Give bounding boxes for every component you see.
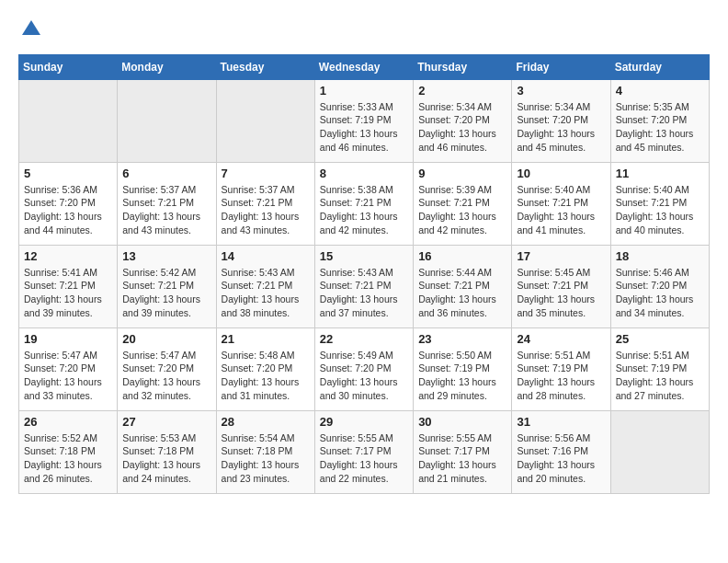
calendar-cell: 14Sunrise: 5:43 AM Sunset: 7:21 PM Dayli… (216, 245, 314, 327)
calendar-week-2: 5Sunrise: 5:36 AM Sunset: 7:20 PM Daylig… (19, 162, 710, 245)
day-info: Sunrise: 5:34 AM Sunset: 7:20 PM Dayligh… (418, 100, 506, 155)
day-info: Sunrise: 5:40 AM Sunset: 7:21 PM Dayligh… (517, 183, 605, 237)
calendar-cell: 16Sunrise: 5:44 AM Sunset: 7:21 PM Dayli… (414, 245, 512, 327)
day-info: Sunrise: 5:38 AM Sunset: 7:21 PM Dayligh… (320, 183, 408, 237)
calendar-cell: 19Sunrise: 5:47 AM Sunset: 7:20 PM Dayli… (19, 327, 118, 410)
calendar-cell: 15Sunrise: 5:43 AM Sunset: 7:21 PM Dayli… (314, 245, 413, 327)
calendar-cell: 25Sunrise: 5:51 AM Sunset: 7:19 PM Dayli… (610, 327, 709, 410)
day-number: 24 (517, 332, 605, 346)
calendar-cell: 5Sunrise: 5:36 AM Sunset: 7:20 PM Daylig… (19, 162, 118, 245)
calendar-cell (610, 410, 709, 493)
day-info: Sunrise: 5:37 AM Sunset: 7:21 PM Dayligh… (222, 183, 310, 237)
weekday-header-row: SundayMondayTuesdayWednesdayThursdayFrid… (19, 54, 710, 79)
weekday-header-thursday: Thursday (414, 54, 512, 79)
calendar-week-5: 26Sunrise: 5:52 AM Sunset: 7:18 PM Dayli… (19, 410, 710, 493)
calendar-cell: 18Sunrise: 5:46 AM Sunset: 7:20 PM Dayli… (610, 245, 709, 327)
day-info: Sunrise: 5:35 AM Sunset: 7:20 PM Dayligh… (616, 100, 704, 155)
day-info: Sunrise: 5:47 AM Sunset: 7:20 PM Dayligh… (122, 349, 210, 403)
calendar-cell: 8Sunrise: 5:38 AM Sunset: 7:21 PM Daylig… (314, 162, 413, 245)
svg-marker-0 (22, 20, 40, 35)
day-info: Sunrise: 5:47 AM Sunset: 7:20 PM Dayligh… (24, 349, 112, 403)
calendar-cell: 6Sunrise: 5:37 AM Sunset: 7:21 PM Daylig… (118, 162, 216, 245)
day-number: 5 (24, 167, 112, 180)
calendar-cell: 22Sunrise: 5:49 AM Sunset: 7:20 PM Dayli… (314, 327, 413, 410)
calendar-cell: 27Sunrise: 5:53 AM Sunset: 7:18 PM Dayli… (118, 410, 216, 493)
day-number: 29 (320, 415, 408, 429)
day-info: Sunrise: 5:54 AM Sunset: 7:18 PM Dayligh… (222, 431, 310, 486)
calendar-cell: 13Sunrise: 5:42 AM Sunset: 7:21 PM Dayli… (118, 245, 216, 327)
day-number: 7 (222, 167, 310, 180)
day-number: 30 (418, 415, 506, 429)
day-info: Sunrise: 5:48 AM Sunset: 7:20 PM Dayligh… (222, 349, 310, 403)
calendar-cell (118, 79, 216, 162)
day-info: Sunrise: 5:43 AM Sunset: 7:21 PM Dayligh… (320, 266, 408, 320)
day-number: 14 (222, 249, 310, 263)
day-info: Sunrise: 5:46 AM Sunset: 7:20 PM Dayligh… (616, 266, 704, 320)
day-number: 15 (320, 249, 408, 263)
calendar-cell: 17Sunrise: 5:45 AM Sunset: 7:21 PM Dayli… (512, 245, 610, 327)
day-number: 20 (122, 332, 210, 346)
page-header (18, 18, 710, 45)
calendar-cell: 10Sunrise: 5:40 AM Sunset: 7:21 PM Dayli… (512, 162, 610, 245)
day-info: Sunrise: 5:41 AM Sunset: 7:21 PM Dayligh… (24, 266, 112, 320)
day-info: Sunrise: 5:52 AM Sunset: 7:18 PM Dayligh… (24, 431, 112, 486)
calendar-cell: 24Sunrise: 5:51 AM Sunset: 7:19 PM Dayli… (512, 327, 610, 410)
day-number: 8 (320, 167, 408, 180)
calendar-week-1: 1Sunrise: 5:33 AM Sunset: 7:19 PM Daylig… (19, 79, 710, 162)
day-number: 22 (320, 332, 408, 346)
day-number: 16 (418, 249, 506, 263)
day-number: 18 (616, 249, 704, 263)
day-number: 3 (517, 84, 605, 98)
calendar-cell: 11Sunrise: 5:40 AM Sunset: 7:21 PM Dayli… (610, 162, 709, 245)
day-info: Sunrise: 5:34 AM Sunset: 7:20 PM Dayligh… (517, 100, 605, 155)
calendar-cell: 30Sunrise: 5:55 AM Sunset: 7:17 PM Dayli… (414, 410, 512, 493)
day-number: 10 (517, 167, 605, 180)
logo-icon (20, 18, 42, 40)
weekday-header-saturday: Saturday (610, 54, 709, 79)
day-number: 9 (418, 167, 506, 180)
calendar-cell: 1Sunrise: 5:33 AM Sunset: 7:19 PM Daylig… (314, 79, 413, 162)
day-number: 13 (122, 249, 210, 263)
calendar-week-3: 12Sunrise: 5:41 AM Sunset: 7:21 PM Dayli… (19, 245, 710, 327)
weekday-header-wednesday: Wednesday (314, 54, 413, 79)
day-info: Sunrise: 5:56 AM Sunset: 7:16 PM Dayligh… (517, 431, 605, 486)
day-number: 26 (24, 415, 112, 429)
day-info: Sunrise: 5:53 AM Sunset: 7:18 PM Dayligh… (122, 431, 210, 486)
day-info: Sunrise: 5:51 AM Sunset: 7:19 PM Dayligh… (616, 349, 704, 403)
day-number: 21 (222, 332, 310, 346)
day-number: 27 (122, 415, 210, 429)
day-info: Sunrise: 5:42 AM Sunset: 7:21 PM Dayligh… (122, 266, 210, 320)
calendar-table: SundayMondayTuesdayWednesdayThursdayFrid… (18, 54, 710, 494)
calendar-cell: 3Sunrise: 5:34 AM Sunset: 7:20 PM Daylig… (512, 79, 610, 162)
calendar-body: 1Sunrise: 5:33 AM Sunset: 7:19 PM Daylig… (19, 79, 710, 493)
calendar-cell: 31Sunrise: 5:56 AM Sunset: 7:16 PM Dayli… (512, 410, 610, 493)
day-number: 12 (24, 249, 112, 263)
day-number: 6 (122, 167, 210, 180)
calendar-cell (216, 79, 314, 162)
calendar-cell: 21Sunrise: 5:48 AM Sunset: 7:20 PM Dayli… (216, 327, 314, 410)
calendar-cell: 29Sunrise: 5:55 AM Sunset: 7:17 PM Dayli… (314, 410, 413, 493)
day-number: 25 (616, 332, 704, 346)
calendar-cell: 9Sunrise: 5:39 AM Sunset: 7:21 PM Daylig… (414, 162, 512, 245)
day-number: 23 (418, 332, 506, 346)
day-number: 31 (517, 415, 605, 429)
day-info: Sunrise: 5:37 AM Sunset: 7:21 PM Dayligh… (122, 183, 210, 237)
weekday-header-monday: Monday (118, 54, 216, 79)
calendar-cell: 26Sunrise: 5:52 AM Sunset: 7:18 PM Dayli… (19, 410, 118, 493)
calendar-cell: 20Sunrise: 5:47 AM Sunset: 7:20 PM Dayli… (118, 327, 216, 410)
day-info: Sunrise: 5:44 AM Sunset: 7:21 PM Dayligh… (418, 266, 506, 320)
day-number: 17 (517, 249, 605, 263)
weekday-header-sunday: Sunday (19, 54, 118, 79)
day-number: 19 (24, 332, 112, 346)
weekday-header-tuesday: Tuesday (216, 54, 314, 79)
day-info: Sunrise: 5:33 AM Sunset: 7:19 PM Dayligh… (320, 100, 408, 155)
day-number: 1 (320, 84, 408, 98)
day-info: Sunrise: 5:36 AM Sunset: 7:20 PM Dayligh… (24, 183, 112, 237)
calendar-cell (19, 79, 118, 162)
day-info: Sunrise: 5:49 AM Sunset: 7:20 PM Dayligh… (320, 349, 408, 403)
calendar-cell: 2Sunrise: 5:34 AM Sunset: 7:20 PM Daylig… (414, 79, 512, 162)
day-number: 28 (222, 415, 310, 429)
day-info: Sunrise: 5:51 AM Sunset: 7:19 PM Dayligh… (517, 349, 605, 403)
day-number: 4 (616, 84, 704, 98)
day-info: Sunrise: 5:50 AM Sunset: 7:19 PM Dayligh… (418, 349, 506, 403)
